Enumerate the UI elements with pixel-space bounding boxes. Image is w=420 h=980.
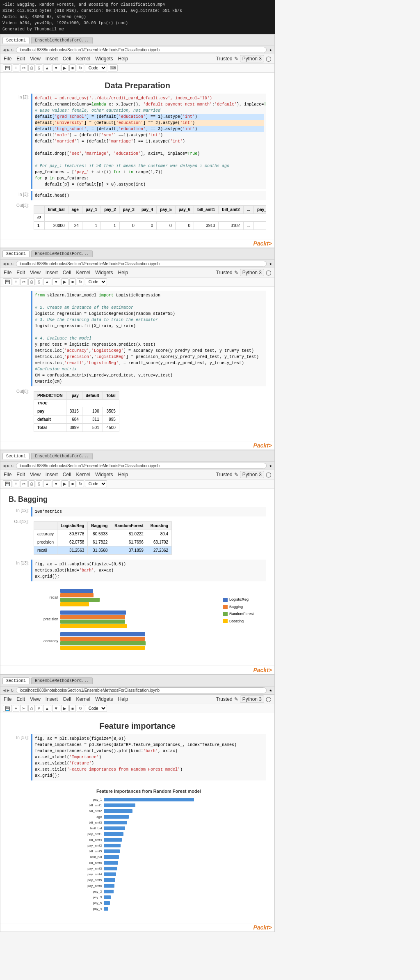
menu-edit-1[interactable]: Edit (16, 56, 25, 62)
bookmark-icon-2[interactable]: ★ (269, 261, 272, 266)
refresh-icon-3[interactable]: ↻ (11, 463, 14, 468)
copy-btn-2[interactable]: ⎙ (28, 278, 35, 285)
menu-edit-4[interactable]: Edit (16, 696, 25, 702)
paste-btn-3[interactable]: ⎘ (36, 480, 42, 487)
cut-btn-1[interactable]: ✂ (20, 64, 27, 71)
menu-file-4[interactable]: File (4, 696, 11, 702)
run-btn-4[interactable]: ▶ (61, 705, 68, 712)
cell-type-select-2[interactable]: Code (85, 278, 107, 285)
back-icon-4[interactable]: ◀ (3, 688, 6, 693)
move-down-btn-3[interactable]: ▼ (52, 480, 60, 487)
menu-kernel-4[interactable]: Kernel (76, 696, 91, 702)
forward-icon-3[interactable]: ▶ (7, 463, 10, 468)
menu-insert-2[interactable]: Insert (46, 270, 58, 275)
add-cell-btn-3[interactable]: + (13, 480, 19, 487)
tab-section1-3[interactable]: Section1 (2, 453, 30, 459)
cell-code-in3[interactable]: default.head() (31, 191, 266, 200)
cut-btn-2[interactable]: ✂ (20, 278, 27, 285)
cut-btn-3[interactable]: ✂ (20, 480, 27, 487)
menu-kernel-3[interactable]: Kernel (76, 472, 91, 477)
menu-cell-2[interactable]: Cell (63, 270, 71, 275)
move-up-btn-4[interactable]: ▲ (43, 705, 51, 712)
save-btn-3[interactable]: 💾 (3, 480, 12, 487)
menu-insert-3[interactable]: Insert (46, 472, 58, 477)
edit-icon-4[interactable]: ✎ (234, 696, 238, 702)
keyboard-btn-1[interactable]: ⌨ (108, 64, 118, 71)
edit-icon-3[interactable]: ✎ (234, 472, 238, 477)
add-cell-btn-1[interactable]: + (13, 64, 19, 71)
forward-icon-2[interactable]: ▶ (7, 261, 10, 266)
menu-cell-1[interactable]: Cell (63, 56, 71, 62)
stop-btn-2[interactable]: ■ (69, 278, 76, 285)
menu-help-4[interactable]: Help (118, 696, 128, 702)
bookmark-icon[interactable]: ★ (269, 47, 272, 53)
address-input-1[interactable] (16, 47, 267, 53)
tab-notebook-2[interactable]: EnsembleMethodsForC... (31, 250, 93, 257)
menu-view-1[interactable]: View (30, 56, 41, 62)
move-up-btn-2[interactable]: ▲ (43, 278, 51, 285)
menu-kernel-2[interactable]: Kernel (76, 270, 91, 275)
menu-widgets-3[interactable]: Widgets (95, 472, 113, 477)
copy-btn-1[interactable]: ⎙ (28, 64, 35, 71)
save-btn-1[interactable]: 💾 (3, 64, 12, 71)
cell-code-in13[interactable]: fig, ax = plt.subplots(figsize=(8,5)) me… (31, 560, 266, 581)
save-btn-4[interactable]: 💾 (3, 705, 12, 712)
stop-btn-1[interactable]: ■ (69, 64, 76, 71)
tab-notebook-3[interactable]: EnsembleMethodsForC... (31, 453, 93, 459)
cell-code-in17[interactable]: fig, ax = plt.subplots(figsize=(8,6)) fe… (31, 734, 266, 780)
add-cell-btn-2[interactable]: + (13, 278, 19, 285)
run-btn-2[interactable]: ▶ (61, 278, 68, 285)
cut-btn-4[interactable]: ✂ (20, 705, 27, 712)
stop-btn-4[interactable]: ■ (69, 705, 76, 712)
bookmark-icon-4[interactable]: ★ (269, 688, 272, 693)
refresh-icon[interactable]: ↻ (11, 47, 14, 53)
edit-icon-2[interactable]: ✎ (234, 270, 238, 275)
address-input-2[interactable] (16, 261, 267, 267)
restart-btn-3[interactable]: ↻ (77, 480, 84, 487)
refresh-icon-4[interactable]: ↻ (11, 688, 14, 693)
back-icon-3[interactable]: ◀ (3, 463, 6, 468)
add-cell-btn-4[interactable]: + (13, 705, 19, 712)
restart-btn-2[interactable]: ↻ (77, 278, 84, 285)
back-icon-2[interactable]: ◀ (3, 261, 6, 266)
run-btn-3[interactable]: ▶ (61, 480, 68, 487)
menu-cell-4[interactable]: Cell (63, 696, 71, 702)
move-down-btn-2[interactable]: ▼ (52, 278, 60, 285)
move-down-btn-4[interactable]: ▼ (52, 705, 60, 712)
bookmark-icon-3[interactable]: ★ (269, 463, 272, 468)
menu-kernel-1[interactable]: Kernel (76, 56, 91, 62)
menu-widgets-4[interactable]: Widgets (95, 696, 113, 702)
save-btn-2[interactable]: 💾 (3, 278, 12, 285)
menu-edit-2[interactable]: Edit (16, 270, 25, 275)
menu-help-3[interactable]: Help (118, 472, 128, 477)
address-input-4[interactable] (16, 687, 267, 693)
tab-notebook-1[interactable]: EnsembleMethodsForC... (31, 37, 93, 44)
edit-icon-1[interactable]: ✎ (234, 56, 238, 62)
refresh-icon-2[interactable]: ↻ (11, 261, 14, 266)
menu-cell-3[interactable]: Cell (63, 472, 71, 477)
move-up-btn-1[interactable]: ▲ (43, 64, 51, 71)
tab-section1-2[interactable]: Section1 (2, 250, 30, 257)
menu-insert-1[interactable]: Insert (46, 56, 58, 62)
cell-code-in12[interactable]: 100*metrics (31, 507, 266, 516)
cell-type-select-3[interactable]: Code (85, 480, 107, 487)
menu-view-2[interactable]: View (30, 270, 41, 275)
menu-insert-4[interactable]: Insert (46, 696, 58, 702)
menu-help-1[interactable]: Help (118, 56, 128, 62)
move-up-btn-3[interactable]: ▲ (43, 480, 51, 487)
menu-help-2[interactable]: Help (118, 270, 128, 275)
menu-widgets-2[interactable]: Widgets (95, 270, 113, 275)
restart-btn-1[interactable]: ↻ (77, 64, 84, 71)
menu-view-3[interactable]: View (30, 472, 41, 477)
back-icon[interactable]: ◀ (3, 47, 6, 53)
forward-icon-4[interactable]: ▶ (7, 688, 10, 693)
menu-file-1[interactable]: File (4, 56, 11, 62)
address-input-3[interactable] (16, 463, 267, 469)
tab-section1-1[interactable]: Section1 (2, 37, 30, 44)
paste-btn-1[interactable]: ⎘ (36, 64, 42, 71)
menu-file-3[interactable]: File (4, 472, 11, 477)
cell-code-in2[interactable]: default = pd.read_csv('../data/credit_ca… (31, 94, 266, 189)
cell-type-select-4[interactable]: Code (85, 705, 107, 712)
cell-type-select-1[interactable]: Code (85, 64, 107, 71)
menu-file-2[interactable]: File (4, 270, 11, 275)
